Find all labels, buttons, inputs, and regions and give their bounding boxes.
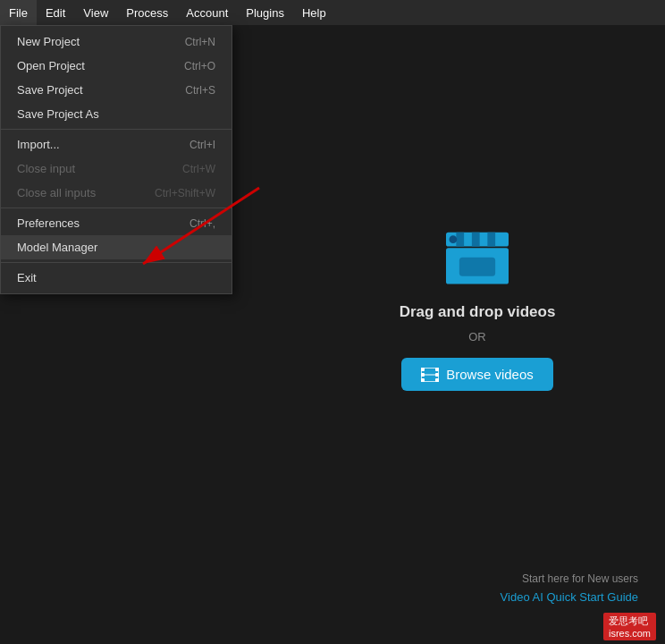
drop-zone[interactable]: Drag and drop videos OR Browse videos: [290, 25, 665, 644]
menu-separator-1: [1, 129, 231, 130]
menu-item-new-project[interactable]: New Project Ctrl+N: [1, 30, 231, 54]
browse-videos-button[interactable]: Browse videos: [401, 358, 553, 391]
menubar: File Edit View Process Account Plugins H…: [0, 0, 665, 25]
menu-item-shortcut: Ctrl+,: [189, 217, 215, 230]
menu-item-label: Open Project: [17, 59, 85, 72]
menu-edit[interactable]: Edit: [37, 0, 74, 25]
drag-drop-text: Drag and drop videos: [400, 303, 556, 321]
menu-item-exit[interactable]: Exit: [1, 266, 231, 290]
menu-item-open-project[interactable]: Open Project Ctrl+O: [1, 54, 231, 78]
file-dropdown-menu: New Project Ctrl+N Open Project Ctrl+O S…: [0, 25, 232, 294]
svg-rect-9: [421, 373, 425, 377]
menu-item-import[interactable]: Import... Ctrl+I: [1, 132, 231, 157]
watermark-line2: isres.com: [609, 628, 651, 639]
menu-item-label: Exit: [17, 271, 37, 284]
menu-separator-3: [1, 262, 231, 263]
bottom-links: Start here for New users Video AI Quick …: [501, 572, 638, 605]
browse-film-icon: [421, 368, 439, 382]
svg-rect-11: [435, 368, 439, 371]
menu-item-preferences[interactable]: Preferences Ctrl+,: [1, 211, 231, 235]
svg-rect-10: [421, 378, 425, 382]
menu-item-close-input: Close input Ctrl+W: [1, 157, 231, 181]
menu-item-close-all-inputs: Close all inputs Ctrl+Shift+W: [1, 181, 231, 205]
menu-view[interactable]: View: [74, 0, 117, 25]
svg-rect-3: [487, 233, 495, 247]
menu-item-shortcut: Ctrl+Shift+W: [155, 187, 215, 199]
menu-file[interactable]: File: [0, 0, 37, 25]
watermark: 爱思考吧 isres.com: [603, 613, 656, 640]
start-here-text: Start here for New users: [501, 572, 638, 585]
menu-help[interactable]: Help: [293, 0, 335, 25]
menu-item-shortcut: Ctrl+N: [185, 36, 215, 48]
menu-item-label: New Project: [17, 35, 80, 48]
svg-rect-8: [421, 368, 425, 371]
clapperboard-icon: [442, 225, 513, 287]
menu-item-model-manager[interactable]: Model Manager: [1, 235, 231, 259]
svg-rect-1: [456, 233, 464, 247]
menu-process[interactable]: Process: [117, 0, 177, 25]
quick-start-link[interactable]: Video AI Quick Start Guide: [501, 590, 638, 604]
menu-item-shortcut: Ctrl+O: [184, 60, 215, 72]
svg-rect-12: [435, 373, 439, 377]
svg-point-6: [450, 235, 458, 243]
menu-item-shortcut: Ctrl+S: [185, 84, 215, 97]
svg-rect-2: [472, 233, 480, 247]
menu-item-label: Close all inputs: [17, 186, 96, 199]
menu-item-label: Save Project As: [17, 107, 99, 121]
svg-rect-5: [459, 258, 495, 276]
menu-item-label: Close input: [17, 162, 75, 175]
menu-item-shortcut: Ctrl+W: [182, 163, 215, 175]
menu-item-label: Model Manager: [17, 241, 97, 254]
menu-item-label: Save Project: [17, 83, 83, 97]
menu-separator-2: [1, 208, 231, 208]
menu-account[interactable]: Account: [177, 0, 237, 25]
menu-item-save-project-as[interactable]: Save Project As: [1, 102, 231, 126]
menu-plugins[interactable]: Plugins: [237, 0, 293, 25]
menu-item-label: Preferences: [17, 216, 80, 230]
browse-videos-label: Browse videos: [446, 367, 534, 382]
or-text: OR: [468, 330, 486, 343]
svg-rect-13: [435, 378, 439, 382]
menu-item-shortcut: Ctrl+I: [189, 139, 215, 151]
menu-item-label: Import...: [17, 138, 60, 151]
menu-item-save-project[interactable]: Save Project Ctrl+S: [1, 78, 231, 102]
watermark-line1: 爱思考吧: [609, 614, 651, 628]
